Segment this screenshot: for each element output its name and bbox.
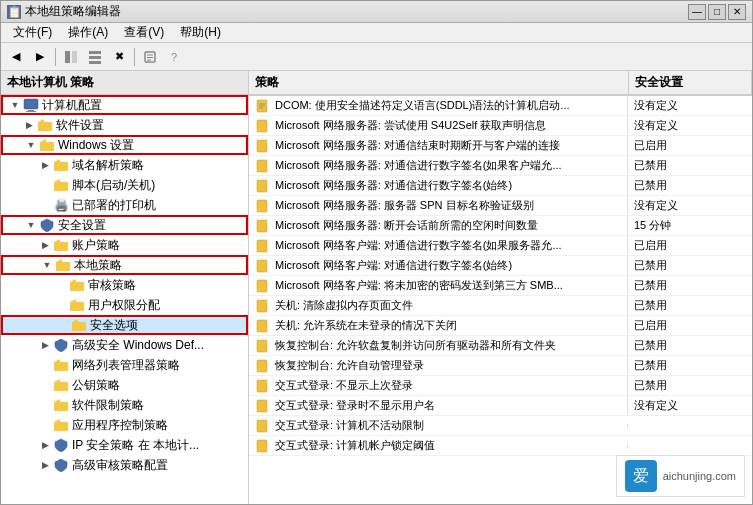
list-button[interactable] (84, 46, 106, 68)
tree-node-userrights[interactable]: ▶ 用户权限分配 (1, 295, 248, 315)
svg-rect-57 (257, 400, 267, 412)
policy-name: Microsoft 网络客户端: 对通信进行数字签名(如果服务器允... (271, 236, 627, 255)
tree-node-dns[interactable]: ▶ 域名解析策略 (1, 155, 248, 175)
close-button[interactable]: ✕ (728, 4, 746, 20)
policy-row[interactable]: 恢复控制台: 允许自动管理登录 已禁用 (249, 356, 752, 376)
setting-column-header[interactable]: 安全设置 (629, 71, 752, 94)
svg-marker-25 (70, 279, 76, 282)
policy-name: 关机: 允许系统在未登录的情况下关闭 (271, 316, 627, 335)
expander-windefender[interactable]: ▶ (37, 337, 53, 353)
policy-row[interactable]: Microsoft 网络服务器: 尝试使用 S4U2Self 获取声明信息 没有… (249, 116, 752, 136)
policy-row[interactable]: 交互式登录: 不显示上次登录 已禁用 (249, 376, 752, 396)
printers-icon: 🖨️ (53, 197, 69, 213)
tree-node-windefender[interactable]: ▶ 高级安全 Windows Def... (1, 335, 248, 355)
tree-node-security[interactable]: ▼ 安全设置 (1, 215, 248, 235)
policy-row[interactable]: DCOM: 使用安全描述符定义语言(SDDL)语法的计算机启动... 没有定义 (249, 96, 752, 116)
properties-button[interactable] (139, 46, 161, 68)
tree-node-applocker[interactable]: ▶ 应用程序控制策略 (1, 415, 248, 435)
svg-rect-24 (56, 262, 70, 271)
securityoptions-icon (71, 317, 87, 333)
menu-help[interactable]: 帮助(H) (172, 22, 229, 43)
tree-node-netlist[interactable]: ▶ 网络列表管理器策略 (1, 355, 248, 375)
policy-value (627, 424, 747, 428)
policy-value: 已禁用 (627, 296, 747, 315)
policy-row[interactable]: 恢复控制台: 允许软盘复制并访问所有驱动器和所有文件夹 已禁用 (249, 336, 752, 356)
tree-node-audit[interactable]: ▶ 审核策略 (1, 275, 248, 295)
policy-row[interactable]: 交互式登录: 计算机不活动限制 (249, 416, 752, 436)
tree-node-software[interactable]: ▶ 软件设置 (1, 115, 248, 135)
svg-rect-3 (89, 56, 101, 59)
policy-name: 关机: 清除虚拟内存页面文件 (271, 296, 627, 315)
policy-value: 没有定义 (627, 196, 747, 215)
policy-value: 没有定义 (627, 116, 747, 135)
svg-marker-13 (38, 119, 44, 122)
policy-row-icon (253, 377, 271, 395)
policy-value: 已启用 (627, 236, 747, 255)
expander-ipsec[interactable]: ▶ (37, 437, 53, 453)
forward-button[interactable]: ▶ (29, 46, 51, 68)
tree-node-printers[interactable]: ▶ 🖨️ 已部署的打印机 (1, 195, 248, 215)
tree-node-local[interactable]: ▼ 本地策略 (1, 255, 248, 275)
policy-value: 已禁用 (627, 276, 747, 295)
tree-node-softwarerestrict[interactable]: ▶ 软件限制策略 (1, 395, 248, 415)
menu-action[interactable]: 操作(A) (60, 22, 116, 43)
watermark: 爱 aichunjing.com (616, 455, 745, 497)
svg-rect-34 (54, 382, 68, 391)
svg-rect-26 (70, 282, 84, 291)
policy-column-header[interactable]: 策略 (249, 71, 629, 94)
svg-rect-55 (257, 360, 267, 372)
expander-windows[interactable]: ▼ (23, 137, 39, 153)
svg-rect-4 (89, 61, 101, 64)
toolbar-separator-2 (134, 48, 135, 66)
menu-view[interactable]: 查看(V) (116, 22, 172, 43)
maximize-button[interactable]: □ (708, 4, 726, 20)
policy-row[interactable]: 交互式登录: 计算机帐户锁定阈值 (249, 436, 752, 456)
expander-account[interactable]: ▶ (37, 237, 53, 253)
advancedaudit-icon (53, 457, 69, 473)
node-label-applocker: 应用程序控制策略 (72, 417, 168, 434)
show-hide-button[interactable] (60, 46, 82, 68)
tree-node-ipsec[interactable]: ▶ IP 安全策略 在 本地计... (1, 435, 248, 455)
policy-row[interactable]: Microsoft 网络服务器: 对通信进行数字签名(如果客户端允... 已禁用 (249, 156, 752, 176)
policy-row[interactable]: 关机: 允许系统在未登录的情况下关闭 已启用 (249, 316, 752, 336)
policy-row[interactable]: Microsoft 网络服务器: 断开会话前所需的空闲时间数量 15 分钟 (249, 216, 752, 236)
expander-advancedaudit[interactable]: ▶ (37, 457, 53, 473)
policy-row[interactable]: 关机: 清除虚拟内存页面文件 已禁用 (249, 296, 752, 316)
back-button[interactable]: ◀ (5, 46, 27, 68)
tree-node-windows[interactable]: ▼ Windows 设置 (1, 135, 248, 155)
node-label-scripts: 脚本(启动/关机) (72, 177, 155, 194)
expander-software[interactable]: ▶ (21, 117, 37, 133)
menu-file[interactable]: 文件(F) (5, 22, 60, 43)
tree-node-computer[interactable]: ▼ 计算机配置 (1, 95, 248, 115)
expander-local[interactable]: ▼ (39, 257, 55, 273)
policy-row-icon (253, 317, 271, 335)
svg-rect-12 (26, 111, 36, 112)
policy-row-icon (253, 197, 271, 215)
tree-node-advancedaudit[interactable]: ▶ 高级审核策略配置 (1, 455, 248, 475)
svg-marker-19 (54, 179, 60, 182)
policy-row[interactable]: Microsoft 网络客户端: 对通信进行数字签名(如果服务器允... 已启用 (249, 236, 752, 256)
tree-node-scripts[interactable]: ▶ 脚本(启动/关机) (1, 175, 248, 195)
policy-row[interactable]: Microsoft 网络服务器: 对通信进行数字签名(始终) 已禁用 (249, 176, 752, 196)
policy-row[interactable]: Microsoft 网络客户端: 对通信进行数字签名(始终) 已禁用 (249, 256, 752, 276)
watermark-logo: 爱 (625, 460, 657, 492)
expander-computer[interactable]: ▼ (7, 97, 23, 113)
policy-row-icon (253, 297, 271, 315)
svg-text:?: ? (171, 51, 177, 63)
policy-row[interactable]: Microsoft 网络客户端: 将未加密的密码发送到第三方 SMB... 已禁… (249, 276, 752, 296)
expander-dns[interactable]: ▶ (37, 157, 53, 173)
help-button[interactable]: ? (163, 46, 185, 68)
audit-icon (69, 277, 85, 293)
tree-node-securityoptions[interactable]: ▶ 安全选项 (1, 315, 248, 335)
policy-row[interactable]: Microsoft 网络服务器: 服务器 SPN 目标名称验证级别 没有定义 (249, 196, 752, 216)
applocker-icon (53, 417, 69, 433)
security-icon (39, 217, 55, 233)
delete-button[interactable]: ✖ (108, 46, 130, 68)
policy-value: 没有定义 (627, 96, 747, 115)
expander-security[interactable]: ▼ (23, 217, 39, 233)
minimize-button[interactable]: — (688, 4, 706, 20)
policy-row[interactable]: 交互式登录: 登录时不显示用户名 没有定义 (249, 396, 752, 416)
tree-node-pubkey[interactable]: ▶ 公钥策略 (1, 375, 248, 395)
tree-node-account[interactable]: ▶ 账户策略 (1, 235, 248, 255)
policy-row[interactable]: Microsoft 网络服务器: 对通信结束时期断开与客户端的连接 已启用 (249, 136, 752, 156)
